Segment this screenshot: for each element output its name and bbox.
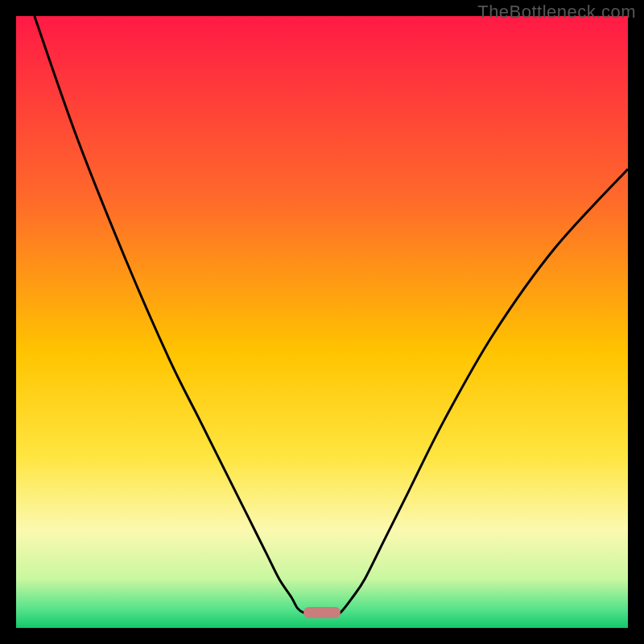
gradient-background [16,16,628,628]
bottleneck-marker [303,607,341,618]
watermark-text: TheBottleneck.com [477,2,636,23]
bottleneck-chart [16,16,628,628]
